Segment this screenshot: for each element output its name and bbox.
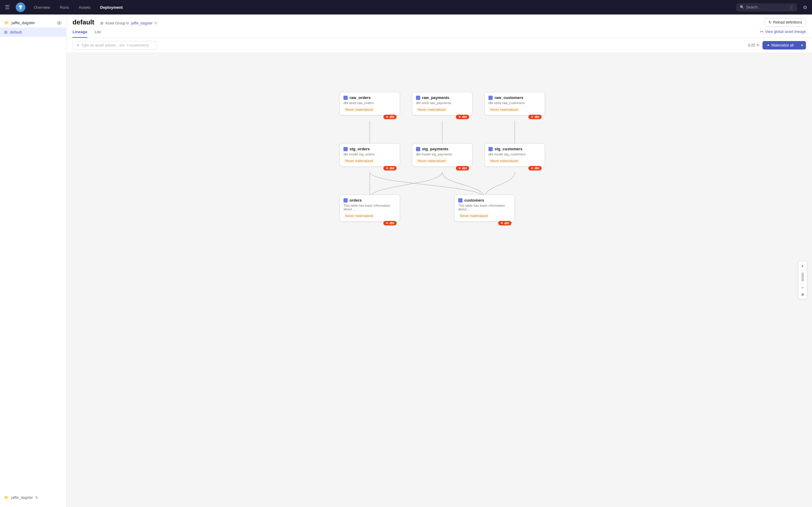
sidebar-items: 📁 jaffle_dagster 1 ⊞ default	[0, 18, 66, 37]
node-title-raw_customers: raw_customers	[489, 95, 541, 100]
settings-icon[interactable]: ⚙	[803, 5, 807, 10]
node-title-raw_orders: raw_orders	[344, 95, 396, 100]
node-title-raw_payments: raw_payments	[416, 95, 468, 100]
sidebar-label-default: default	[10, 30, 22, 35]
node-subtitle-orders: This table has basic information about .…	[344, 204, 396, 211]
meta-text: Asset Group in	[105, 21, 129, 25]
table-icon-raw_customers	[489, 96, 493, 100]
dbt-badge-stg_orders: ✕ dbt	[383, 166, 397, 170]
node-subtitle-stg_payments: dbt model stg_payments	[416, 152, 468, 156]
toolbar-right: 0:25 ↻ ✦ Materialize all ▾	[748, 41, 806, 50]
asset-search-placeholder: Type an asset subset... (ex: ++customers…	[81, 43, 149, 47]
dag-node-stg_orders[interactable]: stg_orders dbt model stg_orders Never ma…	[340, 144, 400, 167]
zoom-in-button[interactable]: +	[800, 263, 805, 269]
sidebar: 📁 jaffle_dagster 1 ⊞ default 📁 jaffle_da…	[0, 14, 66, 507]
layout: 📁 jaffle_dagster 1 ⊞ default 📁 jaffle_da…	[0, 14, 812, 507]
dbt-badge-raw_customers: ✕ dbt	[528, 115, 542, 119]
global-search[interactable]: 🔍 Search... /	[737, 4, 797, 11]
tab-lineage[interactable]: Lineage	[72, 30, 87, 38]
dbt-badge-stg_payments: ✕ dbt	[456, 166, 469, 170]
node-subtitle-raw_orders: dbt seed raw_orders	[344, 101, 396, 105]
search-shortcut: /	[790, 5, 794, 10]
node-title-stg_payments: stg_payments	[416, 147, 468, 151]
zoom-fit-button[interactable]: ⊕	[800, 292, 805, 297]
dag-node-orders[interactable]: orders This table has basic information …	[340, 194, 400, 222]
node-title-orders: orders	[344, 198, 396, 203]
dbt-badge-orders: ✕ dbt	[383, 221, 397, 225]
sidebar-bottom-label: jaffle_dagster	[11, 496, 33, 500]
materialize-icon: ✦	[767, 43, 770, 47]
meta-refresh-icon[interactable]: ↻	[154, 21, 157, 25]
dbt-badge-raw_orders: ✕ dbt	[383, 115, 397, 119]
hamburger-icon[interactable]: ☰	[5, 4, 10, 11]
svg-point-1	[20, 7, 21, 9]
nav-assets[interactable]: Assets	[77, 4, 93, 11]
node-subtitle-stg_orders: dbt model stg_orders	[344, 152, 396, 156]
materialize-all-button[interactable]: ✦ Materialize all	[762, 41, 798, 50]
title-row: default ⊞ Asset Group in jaffle_dagster …	[72, 18, 806, 26]
dag-node-raw_payments[interactable]: raw_payments dbt seed raw_payments Never…	[412, 92, 472, 115]
dag-canvas[interactable]: raw_orders dbt seed raw_orders Never mat…	[303, 62, 575, 243]
node-status-stg_payments: Never materialized	[416, 158, 447, 163]
timer-refresh-icon[interactable]: ↻	[756, 43, 759, 47]
meta-link[interactable]: jaffle_dagster	[131, 21, 153, 25]
dag-node-customers[interactable]: customers This table has basic informati…	[454, 194, 515, 222]
nav-runs[interactable]: Runs	[57, 4, 71, 11]
table-icon-raw_orders	[344, 96, 348, 100]
dag-node-raw_orders[interactable]: raw_orders dbt seed raw_orders Never mat…	[340, 92, 400, 115]
nav-deployment[interactable]: Deployment	[98, 4, 125, 11]
dag-node-stg_customers[interactable]: stg_customers dbt model stg_customers Ne…	[485, 144, 545, 167]
timer-value: 0:25	[748, 43, 755, 47]
materialize-label: Materialize all	[771, 43, 794, 47]
table-icon-stg_customers	[489, 147, 493, 151]
main-content: default ⊞ Asset Group in jaffle_dagster …	[66, 14, 812, 507]
canvas-toolbar: ✦ Type an asset subset... (ex: ++custome…	[66, 38, 812, 53]
refresh-icon[interactable]: ↻	[35, 496, 38, 500]
sidebar-bottom: 📁 jaffle_dagster ↻	[0, 492, 66, 503]
sidebar-item-jaffle-dagster[interactable]: 📁 jaffle_dagster 1	[0, 18, 66, 27]
view-lineage-label: View global asset lineage	[765, 30, 806, 34]
zoom-out-button[interactable]: −	[800, 285, 805, 291]
asset-group-icon: ⊞	[100, 21, 103, 25]
node-title-stg_customers: stg_customers	[489, 147, 541, 151]
zoom-handle[interactable]	[801, 273, 804, 282]
app-logo	[16, 2, 26, 12]
title-group: default ⊞ Asset Group in jaffle_dagster …	[72, 18, 157, 26]
dbt-badge-customers: ✕ dbt	[498, 221, 511, 225]
tabs: Lineage List ⊶ View global asset lineage	[72, 30, 806, 38]
main-header: default ⊞ Asset Group in jaffle_dagster …	[66, 14, 812, 38]
folder-bottom-icon: 📁	[4, 496, 9, 500]
node-subtitle-raw_payments: dbt seed raw_payments	[416, 101, 468, 105]
asset-search-icon: ✦	[77, 43, 80, 47]
search-icon: 🔍	[740, 5, 744, 9]
dag-node-raw_customers[interactable]: raw_customers dbt seed raw_customers Nev…	[485, 92, 545, 115]
view-global-lineage-button[interactable]: ⊶ View global asset lineage	[760, 30, 806, 34]
lineage-icon: ⊶	[760, 30, 763, 34]
table-icon-customers	[458, 198, 462, 203]
tab-list[interactable]: List	[95, 30, 101, 38]
reload-definitions-button[interactable]: ↻ Reload definitions	[765, 18, 806, 26]
asset-search-box[interactable]: ✦ Type an asset subset... (ex: ++custome…	[72, 41, 157, 50]
page-title: default	[72, 18, 94, 26]
table-icon-raw_payments	[416, 96, 420, 100]
node-status-raw_payments: Never materialized	[416, 107, 447, 112]
grid-icon: ⊞	[4, 30, 8, 35]
materialize-dropdown-button[interactable]: ▾	[798, 41, 806, 50]
node-status-customers: Never materialized	[458, 213, 490, 218]
sidebar-badge: 1	[56, 21, 62, 25]
sidebar-label-jaffle-dagster: jaffle_dagster	[11, 20, 35, 25]
node-subtitle-stg_customers: dbt model stg_customers	[489, 152, 541, 156]
reload-label: Reload definitions	[773, 20, 802, 24]
sidebar-item-default[interactable]: ⊞ default	[0, 27, 66, 37]
nav-overview[interactable]: Overview	[32, 4, 53, 11]
node-status-stg_orders: Never materialized	[344, 158, 375, 163]
dbt-badge-stg_customers: ✕ dbt	[528, 166, 542, 170]
node-status-stg_customers: Never materialized	[489, 158, 520, 163]
nav-links: Overview Runs Assets Deployment	[32, 4, 730, 11]
zoom-divider-2	[800, 283, 806, 284]
table-icon-stg_orders	[344, 147, 348, 151]
zoom-controls: + − ⊕	[798, 261, 807, 299]
dag-node-stg_payments[interactable]: stg_payments dbt model stg_payments Neve…	[412, 144, 472, 167]
title-meta: ⊞ Asset Group in jaffle_dagster ↻	[100, 21, 157, 25]
materialize-btn-group: ✦ Materialize all ▾	[762, 41, 806, 50]
